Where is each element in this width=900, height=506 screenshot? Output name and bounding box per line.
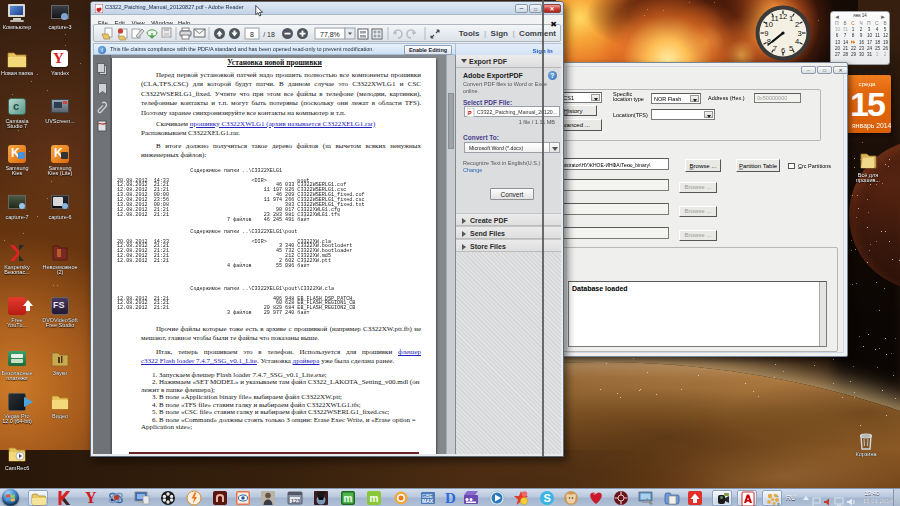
svg-text:1: 1: [789, 14, 793, 23]
svg-text:m: m: [344, 493, 353, 504]
svg-text:6: 6: [781, 46, 785, 55]
svg-text:123: 123: [291, 498, 300, 504]
svg-text:77,8%: 77,8%: [320, 31, 340, 38]
svg-text:S: S: [544, 492, 551, 504]
svg-text:9: 9: [764, 29, 768, 38]
svg-text:MAX: MAX: [422, 498, 434, 504]
svg-text:/ 18: / 18: [263, 31, 275, 38]
svg-text:11: 11: [771, 14, 779, 23]
svg-text:5: 5: [789, 44, 793, 53]
svg-text:8: 8: [250, 31, 254, 38]
svg-text:12: 12: [779, 12, 787, 21]
svg-text:P: P: [468, 110, 472, 116]
svg-text:4: 4: [795, 37, 799, 46]
svg-text:7: 7: [773, 44, 777, 53]
svg-text:m: m: [370, 493, 379, 504]
